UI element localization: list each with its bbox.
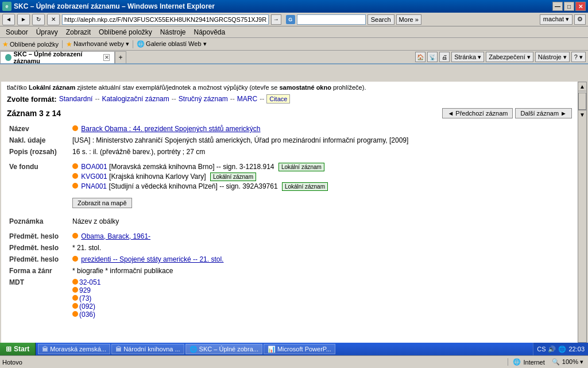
new-tab-button[interactable]: +	[115, 51, 126, 63]
taskbar-item-3[interactable]: 📊 Microsoft PowerP...	[264, 344, 335, 354]
window-title: SKC – Úplné zobrazení záznamu – Windows …	[14, 2, 215, 10]
zone-icon: 🌐	[513, 358, 521, 366]
user-menu-button[interactable]: machat ▾	[540, 14, 572, 25]
forward-button[interactable]: ►	[17, 14, 30, 25]
boa001-link[interactable]: BOA001	[81, 163, 107, 171]
citace-button[interactable]: Citace	[266, 94, 290, 103]
favorites-star-icon-1: ★	[66, 40, 72, 48]
stop-button[interactable]: ✕	[47, 14, 60, 25]
address-input[interactable]	[62, 14, 269, 25]
prev-record-button[interactable]: ◄ Předchozí záznam	[442, 108, 513, 118]
scroll-thumb[interactable]	[578, 93, 586, 110]
dot-boa001	[72, 163, 78, 169]
field-value-fond: BOA001 [Moravská zemská knihovna Brno] -…	[70, 161, 572, 194]
local-btn-boa001[interactable]: Lokální záznam	[278, 163, 324, 171]
menu-favorites[interactable]: Oblíbené položky	[95, 27, 156, 37]
scroll-down-button[interactable]: ▼	[578, 110, 586, 119]
favorites-item-1[interactable]: ★ Navrhované weby ▾	[66, 40, 129, 48]
clock: 22:03	[568, 346, 585, 352]
next-record-button[interactable]: Další záznam ►	[515, 108, 572, 118]
menu-file[interactable]: Soubor	[2, 27, 32, 37]
tray-network-icon: 🌐	[558, 346, 566, 353]
nazev-link[interactable]: Barack Obama : 44. prezident Spojených s…	[81, 125, 260, 133]
format-standard-link[interactable]: Standardní	[59, 95, 93, 103]
close-button[interactable]: ✕	[575, 2, 586, 11]
table-row: Nakl. údaje [USA] : Ministerstvo zahrani…	[7, 135, 572, 146]
tab-active[interactable]: SKC – Úplné zobrazení záznamu ✕	[0, 51, 115, 63]
minimize-button[interactable]: —	[552, 2, 563, 11]
page-menu-button[interactable]: Stránka ▾	[451, 52, 484, 62]
table-row-fund: Ve fondu BOA001 [Moravská zemská knihovn…	[7, 161, 572, 194]
taskbar-item-1[interactable]: 🏛 Národní knihovna ...	[111, 344, 184, 354]
format-katalogizacni-link[interactable]: Katalogizační záznam	[102, 95, 169, 103]
taskbar-label-3: Microsoft PowerP...	[277, 346, 331, 352]
subj3-link[interactable]: prezidenti -- Spojené státy americké -- …	[81, 255, 223, 263]
refresh-button[interactable]: ↻	[32, 14, 45, 25]
security-menu-button[interactable]: Zabezpečení ▾	[486, 52, 533, 62]
kvg001-link[interactable]: KVG001	[81, 172, 107, 181]
taskbar: ⊞ Start 🏛 Moravská zemská... 🏛 Národní k…	[0, 343, 588, 355]
field-value-nazev: Barack Obama : 44. prezident Spojených s…	[70, 123, 572, 135]
start-button[interactable]: ⊞ Start	[0, 343, 36, 355]
tab-close-button[interactable]: ✕	[103, 54, 110, 61]
tab-icon	[5, 54, 11, 61]
map-button[interactable]: Zobrazit na mapě	[72, 198, 132, 208]
favorites-item-2[interactable]: 🌐 Galerie oblastí Web ▾	[137, 40, 206, 48]
format-strucny-link[interactable]: Stručný záznam	[179, 95, 228, 103]
taskbar-item-0[interactable]: 🏛 Moravská zemská...	[38, 344, 110, 354]
zoom-control[interactable]: 🔍 100% ▾	[550, 358, 586, 366]
mdt4-link[interactable]: (092)	[79, 302, 95, 310]
home-button[interactable]: 🏠	[415, 52, 425, 62]
field-value-poznamka: Název z obálky	[70, 216, 572, 227]
page-content: tlačítko Lokální záznam zjistete aktuáln…	[1, 82, 578, 327]
back-button[interactable]: ◄	[2, 14, 15, 25]
dot-pna001	[72, 183, 78, 189]
mdt1-link[interactable]: 32-051	[79, 278, 100, 286]
search-button[interactable]: Search	[368, 14, 394, 25]
google-addressbar-input[interactable]	[297, 14, 366, 25]
settings-button[interactable]: ⚙	[574, 14, 586, 25]
dot-subj1	[72, 233, 78, 239]
help-menu-button[interactable]: ? ▾	[571, 52, 586, 62]
mdt2-link[interactable]: 929	[79, 286, 91, 294]
favorites-label-1: Navrhované weby ▾	[74, 40, 129, 48]
pna001-link[interactable]: PNA001	[81, 182, 107, 190]
format-marc-link[interactable]: MARC	[237, 95, 257, 103]
table-row-forma: Forma a žánr * biografie * informační pu…	[7, 265, 572, 277]
go-button[interactable]: →	[271, 14, 281, 25]
taskbar-right: CS 🔊 🌐 22:03	[533, 343, 588, 355]
print-button[interactable]: 🖨	[439, 52, 450, 62]
local-btn-pna001[interactable]: Lokální záznam	[282, 182, 328, 191]
address-bar: ◄ ► ↻ ✕ → G Search More » machat ▾ ⚙	[0, 13, 588, 26]
local-btn-kvg001[interactable]: Lokální záznam	[210, 172, 256, 181]
dot-kvg001	[72, 173, 78, 179]
format-line: Zvolte formát: Standardní -- Katalogizač…	[7, 94, 572, 103]
subj1-link[interactable]: Obama, Barack, 1961-	[81, 232, 150, 240]
menu-bar: Soubor Úpravy Zobrazit Oblíbené položky …	[0, 26, 588, 38]
field-value-forma: * biografie * informační publikace	[70, 265, 572, 277]
tools-menu-button[interactable]: Nástroje ▾	[535, 52, 570, 62]
menu-tools[interactable]: Nástroje	[157, 27, 189, 37]
maximize-button[interactable]: □	[564, 2, 574, 11]
vertical-scrollbar[interactable]: ▲ ▼	[578, 82, 587, 343]
taskbar-icon-3: 📊	[268, 346, 276, 353]
title-bar-icon: e	[2, 2, 11, 11]
feed-button[interactable]: 📡	[427, 52, 438, 62]
taskbar-item-2[interactable]: 🌐 SKC – Úplné zobra...	[185, 344, 262, 354]
mdt5-link[interactable]: (036)	[79, 310, 95, 319]
field-label-subj1: Předmět. heslo	[7, 231, 70, 242]
menu-help[interactable]: Nápověda	[191, 27, 229, 37]
menu-edit[interactable]: Úpravy	[33, 27, 61, 37]
scroll-up-button[interactable]: ▲	[578, 82, 586, 91]
favorites-label-0: Oblíbené položky	[10, 41, 59, 48]
favorites-item-0[interactable]: ★ Oblíbené položky	[2, 40, 59, 48]
zoom-level: 100% ▾	[562, 358, 583, 366]
start-label: Start	[14, 345, 29, 353]
favorites-star-icon: ★	[2, 40, 9, 48]
field-value-subj1: Obama, Barack, 1961-	[70, 231, 572, 242]
more-button[interactable]: More »	[396, 14, 421, 25]
tab-label: SKC – Úplné zobrazení záznamu	[14, 51, 99, 64]
zoom-icon: 🔍	[552, 358, 560, 366]
mdt3-link[interactable]: (73)	[79, 294, 91, 302]
menu-view[interactable]: Zobrazit	[63, 27, 94, 37]
